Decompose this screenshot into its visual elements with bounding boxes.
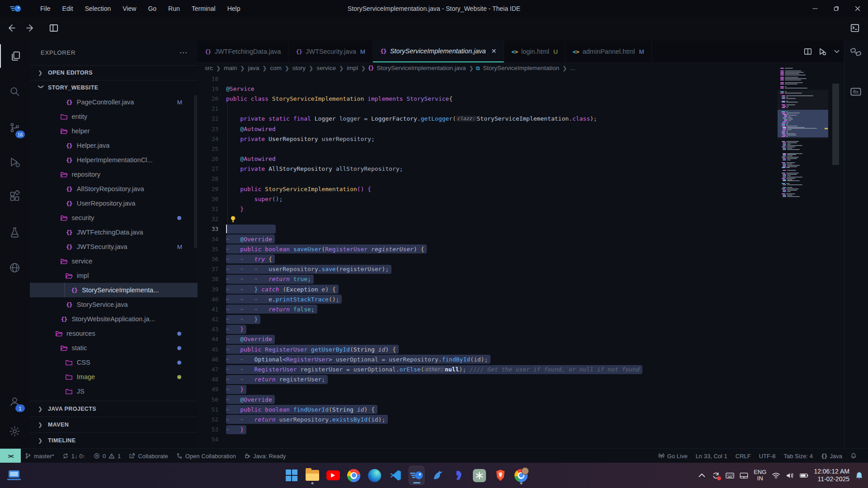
tree-item-image[interactable]: Image <box>30 370 198 384</box>
menu-terminal[interactable]: Terminal <box>186 0 222 17</box>
tree-item-static[interactable]: static <box>30 341 198 355</box>
code-line[interactable]: 36→→try { <box>198 254 828 264</box>
section-timeline[interactable]: ❯TIMELINE <box>30 432 198 448</box>
taskbar-vscode-icon[interactable] <box>388 466 403 484</box>
tree-item-resources[interactable]: resources <box>30 326 198 341</box>
menu-help[interactable]: Help <box>222 0 246 17</box>
taskbar-copilot-icon[interactable] <box>451 466 466 484</box>
activity-account-icon[interactable]: 1 <box>0 389 29 413</box>
code-line[interactable]: 51→public boolean findUserId(String id) … <box>198 404 828 414</box>
code-line[interactable]: 46→→Optional<RegisterUser> userOptional … <box>198 354 828 364</box>
taskbar-chatgpt-icon[interactable] <box>472 466 487 484</box>
activity-test-icon[interactable] <box>0 221 29 244</box>
minimize-button[interactable] <box>804 0 826 17</box>
code-line[interactable]: 33 <box>198 224 828 234</box>
status-bell[interactable] <box>846 449 861 463</box>
back-icon[interactable] <box>6 23 18 35</box>
code-line[interactable]: 24private UserRepository userRepository; <box>198 134 828 144</box>
breadcrumb-item[interactable]: src <box>205 65 213 71</box>
status-collaborate[interactable]: Collaborate <box>125 449 172 463</box>
minimap[interactable] <box>778 63 828 448</box>
split-layout-icon[interactable] <box>49 23 61 35</box>
code-line[interactable]: 20public class StoryServiceImplementatio… <box>198 94 828 103</box>
breadcrumb-item[interactable]: com <box>270 65 282 71</box>
tray-wifi-icon[interactable] <box>772 471 780 480</box>
tray-clock[interactable]: 12:06:12 AM11-02-2025 <box>814 468 849 483</box>
breadcrumb-more[interactable]: ... <box>570 65 575 71</box>
chevron-down-icon[interactable] <box>833 47 841 56</box>
menu-edit[interactable]: Edit <box>57 0 79 17</box>
code-line[interactable]: 49→} <box>198 385 828 394</box>
status-master-[interactable]: master* <box>21 449 58 463</box>
activity-source-control-icon[interactable]: 16 <box>0 116 29 139</box>
toggle-panel-icon[interactable] <box>850 23 862 35</box>
tree-item-allstoryrepository-java[interactable]: {}AllStoryRepository.java <box>30 182 198 196</box>
tray-notification-bell-icon[interactable] <box>855 471 863 480</box>
tray-sync-icon[interactable] <box>712 471 720 480</box>
code-line[interactable]: 29public StoryServiceImplementation() { <box>198 184 828 194</box>
taskbar-widgets-icon[interactable] <box>7 469 21 482</box>
remote-indicator[interactable]: >< <box>0 449 21 463</box>
forward-icon[interactable] <box>25 23 37 35</box>
close-button[interactable] <box>847 0 868 17</box>
code-line[interactable]: 54 <box>198 435 828 445</box>
status-go-live[interactable]: Go Live <box>654 449 692 463</box>
tree-item-jwtsecurity-java[interactable]: {}JWTSecurity.javaM <box>30 239 198 254</box>
memory-inspector-icon[interactable]: 0x <box>850 86 863 99</box>
code-line[interactable]: 35→public boolean saveUser(RegisterUser … <box>198 244 828 254</box>
code-line[interactable]: 34→@Override <box>198 234 828 244</box>
tab-jwtsecurity-java[interactable]: {}JWTSecurity.javaM <box>288 41 373 62</box>
scrollbar-thumb[interactable] <box>832 84 839 165</box>
tray-keyboard-icon[interactable] <box>726 471 734 480</box>
status-utf-8[interactable]: UTF-8 <box>755 449 780 463</box>
tab-close-icon[interactable]: ✕ <box>491 47 497 55</box>
menu-go[interactable]: Go <box>142 0 162 17</box>
status-1-0-[interactable]: 1↓ 0↑ <box>58 449 90 463</box>
code-line[interactable]: 28 <box>198 174 828 184</box>
tree-item-helperimplementationcl-[interactable]: {}HelperImplementationCl... <box>30 153 198 167</box>
status-crlf[interactable]: CRLF <box>731 449 755 463</box>
more-actions-icon[interactable]: ⋯ <box>179 48 188 57</box>
taskbar-theia-icon[interactable] <box>409 466 425 485</box>
activity-run-debug-icon[interactable] <box>0 150 29 174</box>
menu-selection[interactable]: Selection <box>79 0 117 17</box>
editor-scrollbar[interactable] <box>828 63 844 448</box>
activity-browser-icon[interactable] <box>0 256 29 279</box>
code-line[interactable]: 43→} <box>198 324 828 334</box>
status-tab-size-4[interactable]: Tab Size: 4 <box>780 449 817 463</box>
code-line[interactable]: 48→→return registerUser; <box>198 375 828 385</box>
tree-item-helper-java[interactable]: {}Helper.java <box>30 138 198 153</box>
tree-item-storywebsiteapplication-ja-[interactable]: {}StoryWebsiteApplication.ja... <box>30 312 198 326</box>
code-line[interactable]: 30super(); <box>198 194 828 204</box>
workspace-section[interactable]: ❯ STORY_WEBSITE <box>30 80 198 95</box>
tree-item-security[interactable]: security <box>30 211 198 225</box>
tab-adminpannel-html[interactable]: <>adminPannel.htmlM <box>566 41 652 62</box>
code-line[interactable]: 42→→} <box>198 314 828 324</box>
code-line[interactable]: 18 <box>198 74 828 84</box>
breadcrumb-item[interactable]: service <box>316 65 336 71</box>
tree-item-jwtfetchingdata-java[interactable]: {}JWTFetchingData.java <box>30 225 198 239</box>
code-line[interactable]: 53→} <box>198 425 828 435</box>
activity-extensions-icon[interactable] <box>0 184 29 208</box>
tree-item-repository[interactable]: repository <box>30 167 198 182</box>
split-editor-icon[interactable] <box>804 47 812 56</box>
breadcrumb[interactable]: src❯main❯java❯com❯story❯service❯impl❯{}S… <box>198 62 778 74</box>
menu-run[interactable]: Run <box>162 0 186 17</box>
tree-item-impl[interactable]: impl <box>30 268 198 283</box>
activity-explorer-icon[interactable] <box>0 44 30 68</box>
taskbar-youtube-icon[interactable] <box>326 466 340 484</box>
tree-item-service[interactable]: service <box>30 254 198 268</box>
code-line[interactable]: 45→public RegisterUser getUserById(Strin… <box>198 344 828 354</box>
status-java[interactable]: {}Java <box>817 449 846 463</box>
status-java-ready[interactable]: Java: Ready <box>240 449 290 463</box>
breadcrumb-item[interactable]: story <box>292 65 306 71</box>
tray-volume-icon[interactable] <box>786 471 794 480</box>
status-0[interactable]: 01 <box>90 449 125 463</box>
section-maven[interactable]: ❯MAVEN <box>30 417 198 432</box>
status-ln-33-col-1[interactable]: Ln 33, Col 1 <box>692 449 731 463</box>
tray-language[interactable]: ENGIN <box>754 469 766 482</box>
tree-item-helper[interactable]: helper <box>30 124 198 138</box>
code-line[interactable]: 31} <box>198 204 828 214</box>
code-line[interactable]: 38→→→return true; <box>198 274 828 284</box>
breadcrumb-item[interactable]: java <box>248 65 259 71</box>
